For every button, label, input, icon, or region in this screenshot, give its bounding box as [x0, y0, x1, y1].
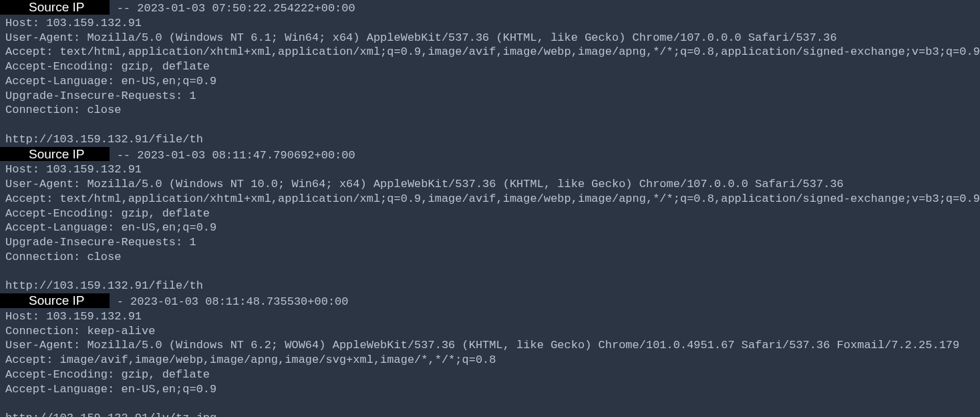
source-ip-label: Source IP	[0, 293, 110, 308]
request-url: http://103.159.132.91/file/th	[5, 279, 975, 293]
log-entry: Source IP - 2023-01-03 08:11:48.735530+0…	[5, 293, 975, 417]
http-header-line: Upgrade-Insecure-Requests: 1	[5, 235, 975, 250]
entry-timestamp: -- 2023-01-03 08:11:47.790692+00:00	[110, 149, 355, 162]
entry-timestamp: -- 2023-01-03 07:50:22.254222+00:00	[110, 2, 355, 15]
http-header-line: Connection: close	[5, 103, 975, 118]
http-header-line: Upgrade-Insecure-Requests: 1	[5, 89, 975, 104]
http-header-line: Accept-Encoding: gzip, deflate	[5, 59, 975, 74]
http-header-line: User-Agent: Mozilla/5.0 (Windows NT 10.0…	[5, 177, 975, 192]
log-entry: Source IP -- 2023-01-03 07:50:22.254222+…	[5, 0, 975, 147]
http-header-line: Accept-Encoding: gzip, deflate	[5, 206, 975, 221]
http-header-line: Host: 103.159.132.91	[5, 16, 975, 31]
source-ip-label: Source IP	[0, 0, 110, 15]
http-header-line: Accept: text/html,application/xhtml+xml,…	[5, 192, 975, 206]
request-url: http://103.159.132.91/file/th	[5, 132, 975, 147]
blank-line	[5, 396, 975, 411]
http-header-line: Accept-Language: en-US,en;q=0.9	[5, 382, 975, 397]
http-header-line: Accept-Encoding: gzip, deflate	[5, 368, 975, 382]
http-header-line: User-Agent: Mozilla/5.0 (Windows NT 6.1;…	[5, 31, 975, 45]
timestamp-line: Source IP - 2023-01-03 08:11:48.735530+0…	[5, 293, 975, 309]
http-header-line: Accept: image/avif,image/webp,image/apng…	[5, 353, 975, 368]
http-header-line: Connection: close	[5, 250, 975, 265]
source-ip-label: Source IP	[0, 147, 110, 162]
http-header-line: Accept-Language: en-US,en;q=0.9	[5, 221, 975, 235]
log-output: Source IP -- 2023-01-03 07:50:22.254222+…	[0, 0, 980, 417]
entry-timestamp: - 2023-01-03 08:11:48.735530+00:00	[110, 295, 348, 308]
timestamp-line: Source IP -- 2023-01-03 08:11:47.790692+…	[5, 147, 975, 163]
timestamp-line: Source IP -- 2023-01-03 07:50:22.254222+…	[5, 0, 975, 16]
request-url: http://103.159.132.91/lv/tz.jpg	[5, 411, 975, 417]
http-header-line: Host: 103.159.132.91	[5, 309, 975, 324]
log-entry: Source IP -- 2023-01-03 08:11:47.790692+…	[5, 147, 975, 294]
http-header-line: Connection: keep-alive	[5, 324, 975, 339]
http-header-line: User-Agent: Mozilla/5.0 (Windows NT 6.2;…	[5, 338, 975, 353]
http-header-line: Accept: text/html,application/xhtml+xml,…	[5, 45, 975, 59]
http-header-line: Host: 103.159.132.91	[5, 162, 975, 177]
blank-line	[5, 265, 975, 279]
blank-line	[5, 118, 975, 132]
http-header-line: Accept-Language: en-US,en;q=0.9	[5, 74, 975, 89]
